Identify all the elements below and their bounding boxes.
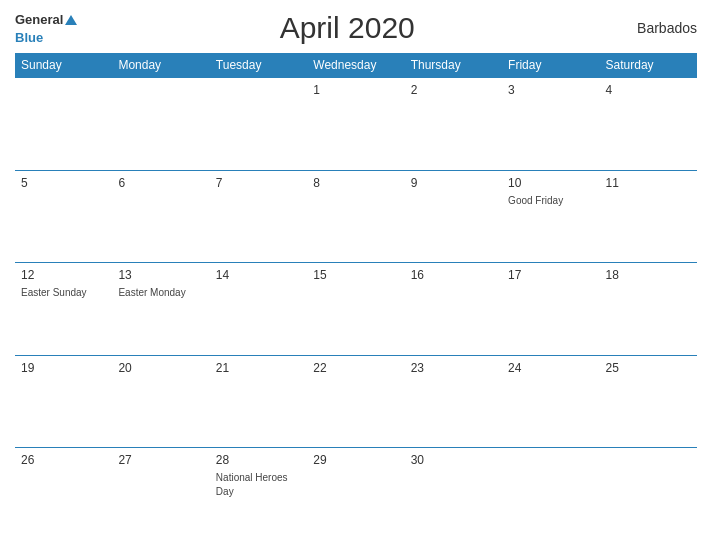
day-number: 5: [21, 176, 106, 190]
calendar-cell: [502, 448, 599, 541]
calendar-cell: 24: [502, 355, 599, 447]
day-number: 7: [216, 176, 301, 190]
logo: General Blue: [15, 10, 77, 45]
day-number: 8: [313, 176, 398, 190]
logo-triangle-icon: [65, 15, 77, 25]
day-number: 27: [118, 453, 203, 467]
day-number: 16: [411, 268, 496, 282]
day-event: National Heroes Day: [216, 472, 288, 497]
calendar-cell: 7: [210, 170, 307, 262]
day-number: 20: [118, 361, 203, 375]
calendar-cell: 10Good Friday: [502, 170, 599, 262]
calendar-cell: 3: [502, 78, 599, 170]
calendar-cell: 23: [405, 355, 502, 447]
calendar-cell: 28National Heroes Day: [210, 448, 307, 541]
day-number: 24: [508, 361, 593, 375]
day-number: 28: [216, 453, 301, 467]
day-number: 2: [411, 83, 496, 97]
day-number: 4: [606, 83, 691, 97]
calendar-cell: 21: [210, 355, 307, 447]
day-event: Good Friday: [508, 195, 563, 206]
day-number: 15: [313, 268, 398, 282]
calendar-cell: 11: [600, 170, 697, 262]
calendar-cell: 22: [307, 355, 404, 447]
day-number: 14: [216, 268, 301, 282]
calendar-cell: 4: [600, 78, 697, 170]
day-number: 13: [118, 268, 203, 282]
weekday-header: Monday: [112, 53, 209, 78]
calendar-cell: 13Easter Monday: [112, 263, 209, 355]
calendar-week-row: 12Easter Sunday13Easter Monday1415161718: [15, 263, 697, 355]
calendar-week-row: 5678910Good Friday11: [15, 170, 697, 262]
calendar-cell: [112, 78, 209, 170]
calendar-cell: 30: [405, 448, 502, 541]
logo-general-text: General: [15, 12, 63, 27]
calendar-cell: [210, 78, 307, 170]
month-title: April 2020: [77, 11, 617, 45]
day-number: 26: [21, 453, 106, 467]
calendar-week-row: 19202122232425: [15, 355, 697, 447]
calendar-cell: 27: [112, 448, 209, 541]
day-event: Easter Monday: [118, 287, 185, 298]
calendar-cell: 26: [15, 448, 112, 541]
calendar-cell: 8: [307, 170, 404, 262]
day-event: Easter Sunday: [21, 287, 87, 298]
calendar-table: SundayMondayTuesdayWednesdayThursdayFrid…: [15, 53, 697, 540]
calendar-week-row: 262728National Heroes Day2930: [15, 448, 697, 541]
weekday-header: Thursday: [405, 53, 502, 78]
calendar-cell: 14: [210, 263, 307, 355]
calendar-cell: [600, 448, 697, 541]
day-number: 23: [411, 361, 496, 375]
logo-blue-text: Blue: [15, 30, 43, 45]
weekday-header: Tuesday: [210, 53, 307, 78]
day-number: 18: [606, 268, 691, 282]
calendar-cell: 18: [600, 263, 697, 355]
day-number: 19: [21, 361, 106, 375]
day-number: 12: [21, 268, 106, 282]
calendar-cell: 19: [15, 355, 112, 447]
calendar-cell: 29: [307, 448, 404, 541]
weekday-header: Saturday: [600, 53, 697, 78]
calendar-week-row: 1234: [15, 78, 697, 170]
calendar-cell: 16: [405, 263, 502, 355]
day-number: 22: [313, 361, 398, 375]
calendar-cell: 9: [405, 170, 502, 262]
calendar-cell: 12Easter Sunday: [15, 263, 112, 355]
calendar-body: 12345678910Good Friday1112Easter Sunday1…: [15, 78, 697, 540]
calendar-cell: 1: [307, 78, 404, 170]
weekday-header: Sunday: [15, 53, 112, 78]
calendar-cell: 25: [600, 355, 697, 447]
country-label: Barbados: [617, 20, 697, 36]
day-number: 17: [508, 268, 593, 282]
day-number: 6: [118, 176, 203, 190]
day-number: 3: [508, 83, 593, 97]
calendar-cell: 15: [307, 263, 404, 355]
day-number: 29: [313, 453, 398, 467]
calendar-cell: 5: [15, 170, 112, 262]
calendar-cell: 6: [112, 170, 209, 262]
day-number: 9: [411, 176, 496, 190]
calendar-cell: 20: [112, 355, 209, 447]
day-number: 1: [313, 83, 398, 97]
day-number: 25: [606, 361, 691, 375]
weekday-header: Friday: [502, 53, 599, 78]
day-number: 21: [216, 361, 301, 375]
day-number: 11: [606, 176, 691, 190]
calendar-cell: [15, 78, 112, 170]
calendar-cell: 17: [502, 263, 599, 355]
calendar-cell: 2: [405, 78, 502, 170]
calendar-header: General Blue April 2020 Barbados: [15, 10, 697, 45]
day-number: 30: [411, 453, 496, 467]
day-number: 10: [508, 176, 593, 190]
weekday-header: Wednesday: [307, 53, 404, 78]
weekday-header-row: SundayMondayTuesdayWednesdayThursdayFrid…: [15, 53, 697, 78]
